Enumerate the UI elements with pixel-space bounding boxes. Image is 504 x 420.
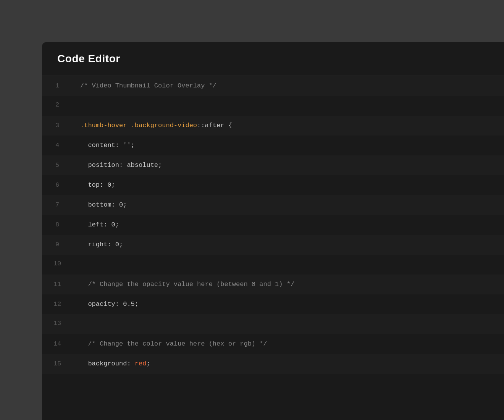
code-token: /* Change the color value here (hex or r… [80, 340, 267, 347]
code-token: right: 0; [80, 241, 123, 248]
line-number: 14 [42, 335, 73, 353]
code-token: background: [80, 360, 135, 367]
code-token: red [135, 360, 147, 367]
code-line: 2 [42, 96, 504, 116]
line-number: 11 [42, 275, 73, 293]
line-content [73, 96, 504, 107]
code-line: 15 background: red; [42, 354, 504, 374]
editor-title: Code Editor [57, 53, 489, 65]
line-content: position: absolute; [73, 155, 504, 175]
code-token: content: ''; [80, 142, 135, 149]
line-content: bottom: 0; [73, 195, 504, 215]
line-number: 10 [42, 255, 73, 273]
line-content: /* Change the opacity value here (betwee… [73, 275, 504, 294]
code-token: ::after { [197, 122, 232, 129]
code-editor: Code Editor 1/* Video Thumbnail Color Ov… [42, 42, 504, 420]
line-content: content: ''; [73, 136, 504, 155]
code-line: 7 bottom: 0; [42, 195, 504, 215]
code-token: .background-video [131, 122, 197, 129]
code-line: 12 opacity: 0.5; [42, 294, 504, 314]
code-line: 3.thumb-hover .background-video::after { [42, 116, 504, 136]
line-number: 8 [42, 216, 73, 234]
line-content: /* Video Thumbnail Color Overlay */ [73, 76, 504, 96]
line-number: 9 [42, 236, 73, 254]
line-number: 15 [42, 355, 73, 373]
code-line: 5 position: absolute; [42, 155, 504, 175]
line-number: 12 [42, 295, 73, 313]
code-token: position: absolute; [80, 162, 162, 169]
code-line: 9 right: 0; [42, 235, 504, 255]
code-line: 13 [42, 314, 504, 334]
code-token: opacity: 0.5; [80, 300, 139, 308]
line-number: 3 [42, 116, 73, 134]
code-token: /* Video Thumbnail Color Overlay */ [80, 82, 216, 89]
line-content [73, 314, 504, 325]
line-content: opacity: 0.5; [73, 294, 504, 314]
line-content: right: 0; [73, 235, 504, 255]
line-number: 13 [42, 314, 73, 332]
line-content: .thumb-hover .background-video::after { [73, 116, 504, 136]
code-line: 6 top: 0; [42, 175, 504, 195]
code-line: 8 left: 0; [42, 215, 504, 235]
code-line: 11 /* Change the opacity value here (bet… [42, 275, 504, 294]
code-token: ; [146, 360, 150, 367]
code-token: bottom: 0; [80, 201, 127, 208]
line-content: left: 0; [73, 215, 504, 235]
line-content: top: 0; [73, 175, 504, 195]
line-number: 6 [42, 176, 73, 194]
code-token: .thumb-hover [80, 122, 127, 129]
code-token: /* Change the opacity value here (betwee… [80, 281, 294, 288]
editor-body[interactable]: 1/* Video Thumbnail Color Overlay */23.t… [42, 76, 504, 420]
line-number: 7 [42, 196, 73, 214]
code-token: top: 0; [80, 181, 115, 189]
editor-header: Code Editor [42, 42, 504, 76]
line-content: /* Change the color value here (hex or r… [73, 334, 504, 354]
code-token [127, 122, 131, 129]
code-line: 10 [42, 255, 504, 275]
line-number: 2 [42, 96, 73, 114]
line-content: background: red; [73, 354, 504, 374]
line-content [73, 255, 504, 265]
line-number: 1 [42, 77, 73, 95]
code-line: 4 content: ''; [42, 136, 504, 155]
code-token: left: 0; [80, 221, 119, 228]
code-line: 14 /* Change the color value here (hex o… [42, 334, 504, 354]
line-number: 4 [42, 136, 73, 154]
code-line: 1/* Video Thumbnail Color Overlay */ [42, 76, 504, 96]
line-number: 5 [42, 156, 73, 174]
